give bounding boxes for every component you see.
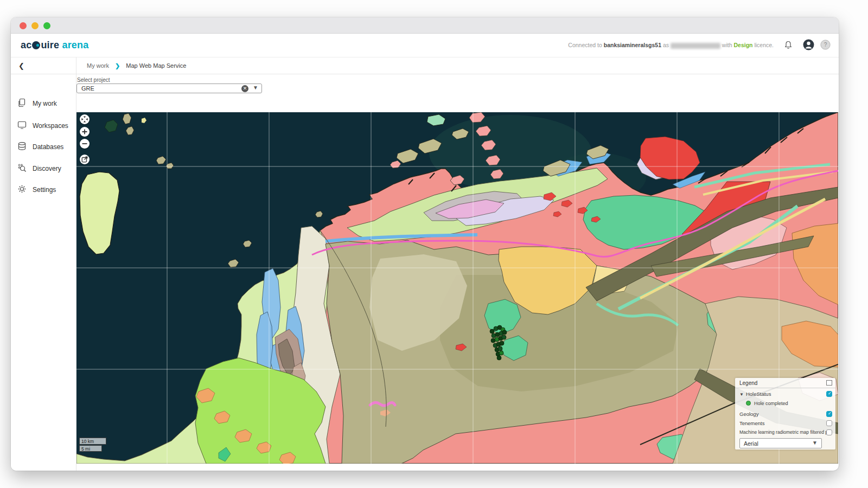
project-value: GRE (81, 85, 94, 92)
legend-group-geology[interactable]: Geology (739, 411, 832, 419)
redacted-username (671, 43, 720, 49)
title-bar (11, 17, 839, 34)
nav-row: ❮ My work ❯ Map Web Map Service (11, 57, 839, 74)
close-window-button[interactable] (20, 22, 27, 29)
legend-title: Legend (739, 380, 757, 386)
project-combobox[interactable]: GRE ✕ ▼ (76, 84, 262, 93)
chevron-down-icon[interactable]: ▼ (253, 85, 258, 91)
connected-org: banksiamineralsgs51 (604, 42, 661, 48)
sidebar: My work Workspaces Databases Discovery S… (11, 74, 76, 471)
logo-text: ac (21, 40, 31, 50)
logo-product-text: arena (62, 40, 88, 50)
legend-group-ml-layer[interactable]: Machine learning radiometric map filtere… (739, 429, 832, 437)
map-canvas[interactable]: 10 km 5 mi Legend ▼HoleStatus Hole compl… (76, 112, 838, 464)
clear-project-icon[interactable]: ✕ (241, 85, 248, 92)
gear-icon (17, 184, 27, 194)
minimize-window-button[interactable] (31, 22, 39, 29)
avatar-icon[interactable] (803, 39, 813, 49)
minus-icon (81, 140, 88, 147)
sidebar-item-workspaces[interactable]: Workspaces (11, 116, 76, 135)
legend-divider (735, 388, 835, 388)
sidebar-item-settings[interactable]: Settings (11, 180, 76, 199)
app-header: acuire arena Connected to banksiamineral… (11, 34, 839, 57)
sidebar-item-discovery[interactable]: Discovery (11, 159, 76, 178)
sidebar-item-label: Databases (33, 143, 63, 151)
bell-icon[interactable] (783, 40, 793, 50)
open-external-icon (81, 156, 88, 163)
hole-completed-marker (746, 401, 751, 406)
sidebar-item-label: Discovery (33, 165, 61, 172)
plus-icon (81, 128, 88, 136)
chevron-down-icon[interactable]: ▼ (739, 392, 744, 397)
legend-item-hole-completed: Hole completed (746, 400, 832, 408)
basemap-value: Aerial (744, 440, 758, 447)
legend-group-holestatus[interactable]: ▼HoleStatus (739, 391, 832, 399)
chevron-down-icon: ▼ (812, 440, 818, 446)
geology-checkbox[interactable] (826, 411, 832, 417)
logo-text: uire (41, 40, 59, 50)
legend-panel: Legend ▼HoleStatus Hole completed Geolog… (735, 378, 835, 450)
sidebar-item-label: Workspaces (33, 122, 68, 130)
breadcrumb-current: Map Web Map Service (126, 62, 186, 69)
sidebar-item-label: Settings (33, 186, 56, 194)
monitor-icon (17, 120, 27, 130)
sidebar-item-my-work[interactable]: My work (11, 94, 76, 113)
tenements-checkbox[interactable] (826, 420, 832, 426)
scale-bar: 10 km 5 mi (79, 438, 106, 452)
chevron-left-icon: ❮ (18, 62, 24, 70)
maximize-window-button[interactable] (43, 22, 50, 29)
zoom-extent-icon (81, 115, 88, 123)
breadcrumb-my-work[interactable]: My work (87, 62, 109, 69)
geology-map (76, 112, 838, 464)
ml-layer-checkbox[interactable] (826, 429, 832, 435)
app-window: acuire arena Connected to banksiamineral… (11, 17, 839, 471)
basemap-select[interactable]: Aerial ▼ (739, 438, 822, 448)
licence-type: Design (733, 42, 752, 48)
zoom-in-button[interactable] (80, 127, 90, 137)
zoom-extent-button[interactable] (80, 114, 90, 124)
database-icon (17, 142, 27, 151)
holestatus-checkbox[interactable] (826, 391, 832, 397)
acquire-arena-logo: acuire arena (21, 40, 88, 51)
legend-collapse-icon[interactable] (826, 380, 832, 386)
connection-status: Connected to banksiamineralsgs51 as with… (568, 42, 774, 49)
help-icon[interactable]: ? (820, 40, 830, 49)
legend-group-tenements[interactable]: Tenements (739, 420, 832, 428)
chevron-right-icon: ❯ (115, 62, 120, 69)
sidebar-item-label: My work (33, 100, 57, 107)
breadcrumb: My work ❯ Map Web Map Service (87, 62, 186, 69)
collapse-sidebar-button[interactable]: ❮ (11, 57, 76, 75)
scale-mi: 5 mi (79, 445, 102, 452)
open-external-button[interactable] (80, 155, 90, 164)
zoom-out-button[interactable] (80, 139, 90, 149)
discovery-icon (17, 163, 27, 172)
select-project-label: Select project (77, 77, 110, 83)
pages-icon (17, 98, 27, 107)
logo-q-icon (32, 41, 40, 49)
scale-km: 10 km (79, 438, 106, 445)
svg-text:?: ? (824, 42, 827, 48)
sidebar-item-databases[interactable]: Databases (11, 137, 76, 156)
